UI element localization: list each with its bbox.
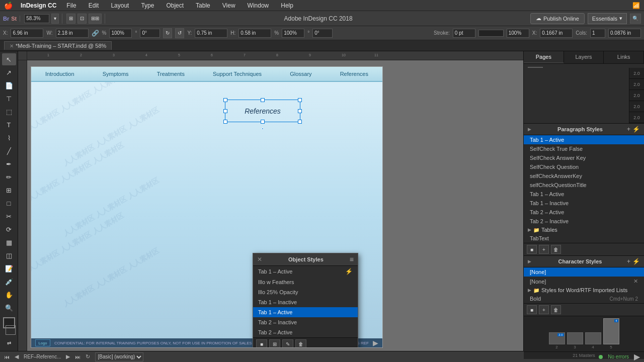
play-btn[interactable]: ▶ (634, 352, 640, 361)
para-style-selfcheck-question-title[interactable]: selfCheckQuestionTitle (524, 180, 644, 190)
scale-h-input[interactable] (282, 29, 304, 38)
paragraph-styles-header[interactable]: ▶ Paragraph Styles + ⚡ (524, 124, 644, 135)
handle-top-mid[interactable] (261, 98, 265, 102)
handle-mid-left[interactable] (223, 109, 227, 113)
zoom-pct-input[interactable] (507, 29, 529, 38)
line-tool[interactable]: ╱ (2, 145, 16, 157)
y-input[interactable] (195, 29, 227, 38)
view-mode-btn[interactable]: ⊞ (66, 14, 75, 24)
char-style-group-word-rtf[interactable]: ▶ 📁 Styles for Word/RTF Imported Lists (524, 286, 644, 294)
angle-input[interactable] (140, 29, 160, 38)
object-styles-titlebar[interactable]: ✕ Object Styles ≡ (253, 253, 358, 266)
handle-bot-mid[interactable] (261, 120, 265, 124)
tab-pages[interactable]: Pages (524, 51, 564, 63)
char-styles-new-btn[interactable]: + (627, 258, 630, 265)
page-thumbnail-2[interactable]: 2.0 (549, 332, 565, 344)
cols-input[interactable] (590, 29, 605, 38)
para-style-tab1inactive[interactable]: Tab 1 – Inactive (524, 199, 644, 208)
note-tool[interactable]: 📝 (2, 263, 16, 275)
handle-top-left[interactable] (223, 98, 227, 102)
pos-x-input[interactable] (540, 29, 573, 38)
refresh-btn[interactable]: ↻ (86, 353, 90, 360)
page-thumbnail-5-large[interactable]: 4 (603, 318, 619, 344)
object-style-item-tab2inactive[interactable]: Tab 2 – Inactive (253, 317, 358, 327)
working-state-select[interactable]: [Basic] (working) (95, 352, 143, 361)
os-new-group-btn[interactable]: ■ (256, 339, 267, 347)
publish-online-button[interactable]: ☁ Publish Online (530, 13, 585, 24)
para-style-selfcheck-answer-key[interactable]: SelfCheck Answer Key (524, 153, 644, 162)
page-thumbnail-4[interactable] (585, 332, 601, 344)
char-style-new-btn[interactable]: + (539, 305, 549, 314)
char-style-none-selected[interactable]: [None] (524, 267, 644, 277)
pos-y-input[interactable] (608, 29, 641, 38)
rotation-handle[interactable] (262, 128, 264, 130)
para-style-new-btn[interactable]: + (539, 245, 549, 254)
stroke-color-swatch[interactable] (6, 325, 16, 335)
os-edit-btn[interactable]: ✎ (282, 339, 293, 347)
object-style-item-illo-feathers[interactable]: Illo w Feathers (253, 277, 358, 287)
page-tab-symptoms[interactable]: Symptoms (97, 69, 135, 79)
tab-layers[interactable]: Layers (564, 51, 604, 63)
os-new-style-btn[interactable]: ⊞ (269, 339, 280, 347)
rect-tool[interactable]: □ (2, 198, 16, 210)
object-style-item-tab1active-lightning[interactable]: Tab 1 – Active ⚡ (253, 266, 358, 277)
para-style-new-group-btn[interactable]: ■ (527, 245, 537, 254)
object-style-item-tab1active-selected[interactable]: Tab 1 – Active (253, 307, 358, 317)
object-style-item-tab2active[interactable]: Tab 2 – Active (253, 327, 358, 337)
para-style-tab1active2[interactable]: Tab 1 – Active (524, 190, 644, 199)
type-tool[interactable]: T (2, 119, 16, 131)
page-tab-introduction[interactable]: Introduction (39, 69, 80, 79)
page-tab-treatments[interactable]: Treatments (151, 69, 191, 79)
char-styles-lightning-btn[interactable]: ⚡ (632, 258, 640, 265)
char-style-new-group-btn[interactable]: ■ (527, 305, 537, 314)
nav-arrow-icon[interactable]: ▶ (373, 339, 378, 347)
shear-input[interactable] (312, 29, 333, 38)
para-style-selfcheck-answer-key2[interactable]: selfCheckAnswerKey (524, 171, 644, 180)
w-input[interactable] (56, 29, 89, 38)
content-collect-tool[interactable]: ⬚ (2, 106, 16, 118)
search-button[interactable]: 🔍 (630, 14, 641, 24)
select-tool[interactable]: ↖ (2, 53, 16, 65)
menu-file[interactable]: File (64, 2, 78, 9)
character-styles-header[interactable]: ▶ Character Styles + ⚡ (524, 256, 644, 267)
tab-links[interactable]: Links (604, 51, 644, 63)
scissors-tool[interactable]: ✂ (2, 211, 16, 223)
menu-window[interactable]: Window (246, 2, 271, 9)
para-style-delete-btn[interactable]: 🗑 (551, 245, 561, 254)
zoom-input[interactable]: 58.3% (24, 14, 49, 23)
zoom-dropdown[interactable]: ▾ (51, 14, 59, 24)
menu-type[interactable]: Type (139, 2, 156, 9)
menu-object[interactable]: Object (164, 2, 186, 9)
char-style-none2-close[interactable]: ✕ (633, 278, 638, 285)
gradient-feather-tool[interactable]: ◫ (2, 250, 16, 262)
h-input[interactable] (238, 29, 271, 38)
type-path-tool[interactable]: ⌇ (2, 132, 16, 144)
eyedropper-tool[interactable]: 💉 (2, 276, 16, 288)
swap-colors-btn[interactable]: ⇄ (2, 337, 16, 349)
rotate-cw-btn[interactable]: ↻ (163, 28, 172, 38)
selected-text-frame[interactable]: References (225, 100, 300, 122)
menu-table[interactable]: Table (194, 2, 212, 9)
para-styles-lightning-btn[interactable]: ⚡ (632, 126, 640, 133)
pencil-tool[interactable]: ✏ (2, 171, 16, 183)
handle-bot-right[interactable] (298, 120, 302, 124)
char-style-delete-btn[interactable]: 🗑 (551, 305, 561, 314)
gap-tool[interactable]: ⊤ (2, 93, 16, 105)
object-style-item-tab1inactive[interactable]: Tab 1 – Inactive (253, 297, 358, 307)
direct-select-tool[interactable]: ↗ (2, 66, 16, 78)
os-delete-btn[interactable]: 🗑 (295, 339, 306, 347)
apple-menu[interactable]: 🍎 (4, 2, 13, 10)
nav-prev-btn[interactable]: ⏮ (4, 354, 10, 360)
para-styles-new-btn[interactable]: + (627, 126, 630, 133)
char-style-none2[interactable]: [None] ✕ (524, 277, 644, 286)
handle-top-right[interactable] (298, 98, 302, 102)
menu-view[interactable]: View (220, 2, 237, 9)
constrain-icon[interactable]: 🔗 (92, 30, 99, 37)
pen-tool[interactable]: ✒ (2, 158, 16, 170)
rect-frame-tool[interactable]: ⊞ (2, 184, 16, 196)
menu-layout[interactable]: Layout (109, 2, 131, 9)
handle-bot-left[interactable] (223, 120, 227, 124)
object-styles-menu-icon[interactable]: ≡ (350, 255, 354, 263)
para-style-tabtext[interactable]: TabText (524, 234, 644, 243)
nav-last-btn[interactable]: ⏭ (75, 354, 80, 360)
